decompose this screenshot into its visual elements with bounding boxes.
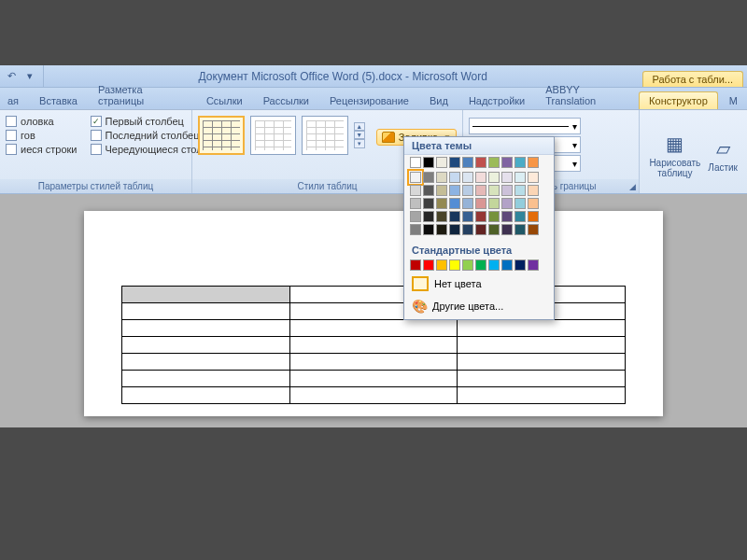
tab-insert[interactable]: Вставка: [30, 92, 87, 109]
color-swatch[interactable]: [528, 157, 539, 168]
color-swatch[interactable]: [501, 259, 513, 271]
color-swatch[interactable]: [410, 259, 421, 271]
color-swatch[interactable]: [528, 172, 539, 183]
color-swatch[interactable]: [501, 198, 513, 209]
color-swatch[interactable]: [475, 224, 486, 235]
color-swatch[interactable]: [436, 157, 447, 168]
color-swatch[interactable]: [528, 198, 539, 209]
color-swatch[interactable]: [475, 185, 486, 196]
tab-review[interactable]: Рецензирование: [320, 92, 418, 109]
tab-design[interactable]: Конструктор: [639, 91, 718, 109]
color-swatch[interactable]: [449, 224, 460, 235]
color-swatch[interactable]: [488, 157, 500, 168]
option-banded-rows[interactable]: иеся строки: [6, 144, 78, 155]
table-style-thumb[interactable]: [250, 116, 297, 155]
tab-home-partial[interactable]: ая: [4, 92, 28, 109]
document-area[interactable]: [0, 194, 747, 427]
color-swatch[interactable]: [514, 157, 526, 168]
color-swatch[interactable]: [410, 198, 421, 209]
color-swatch[interactable]: [423, 224, 434, 235]
color-swatch[interactable]: [436, 211, 447, 222]
table-style-thumb[interactable]: [198, 116, 245, 155]
color-swatch[interactable]: [462, 211, 473, 222]
color-swatch[interactable]: [436, 185, 447, 196]
color-swatch[interactable]: [436, 224, 447, 235]
tab-page-layout[interactable]: Разметка страницы: [89, 81, 195, 109]
color-swatch[interactable]: [410, 211, 421, 222]
color-swatch[interactable]: [410, 224, 421, 235]
color-swatch[interactable]: [514, 259, 526, 271]
more-colors-item[interactable]: 🎨 Другие цвета...: [404, 295, 554, 317]
color-swatch[interactable]: [423, 259, 434, 271]
color-swatch[interactable]: [423, 157, 434, 168]
color-swatch[interactable]: [449, 157, 460, 168]
color-swatch[interactable]: [475, 172, 486, 183]
color-swatch[interactable]: [449, 185, 460, 196]
color-swatch[interactable]: [528, 259, 539, 271]
color-swatch[interactable]: [488, 224, 500, 235]
color-swatch[interactable]: [475, 211, 486, 222]
color-swatch[interactable]: [501, 224, 513, 235]
color-swatch[interactable]: [488, 259, 500, 271]
undo-icon[interactable]: ↶: [4, 69, 19, 84]
color-swatch[interactable]: [462, 172, 473, 183]
tab-addins[interactable]: Надстройки: [459, 92, 534, 109]
qat-dropdown-icon[interactable]: ▾: [22, 69, 37, 84]
color-swatch[interactable]: [475, 198, 486, 209]
tab-mailings[interactable]: Рассылки: [254, 92, 318, 109]
color-swatch[interactable]: [410, 172, 421, 183]
tab-references[interactable]: Ссылки: [197, 92, 252, 109]
color-swatch[interactable]: [449, 198, 460, 209]
option-header-row[interactable]: оловка: [6, 116, 78, 127]
color-swatch[interactable]: [528, 185, 539, 196]
contextual-tab-label: Работа с табли...: [642, 71, 743, 87]
color-swatch[interactable]: [514, 198, 526, 209]
color-swatch[interactable]: [462, 259, 473, 271]
color-swatch[interactable]: [423, 198, 434, 209]
dialog-launcher-icon[interactable]: ◢: [629, 182, 636, 191]
option-total-row[interactable]: гов: [6, 130, 78, 141]
color-swatch[interactable]: [488, 211, 500, 222]
gallery-more-icon[interactable]: ▾: [354, 139, 365, 148]
color-swatch[interactable]: [475, 157, 486, 168]
color-swatch[interactable]: [514, 172, 526, 183]
color-swatch[interactable]: [475, 259, 486, 271]
pen-style-combo[interactable]: ▾: [469, 118, 581, 134]
color-swatch[interactable]: [462, 198, 473, 209]
color-swatch[interactable]: [488, 198, 500, 209]
color-swatch[interactable]: [501, 172, 513, 183]
color-swatch[interactable]: [501, 185, 513, 196]
color-swatch[interactable]: [488, 185, 500, 196]
eraser-button[interactable]: ▱ Ластик: [704, 112, 741, 193]
color-swatch[interactable]: [514, 185, 526, 196]
color-swatch[interactable]: [462, 185, 473, 196]
no-color-item[interactable]: Нет цвета: [404, 273, 554, 295]
tab-view[interactable]: Вид: [420, 92, 458, 109]
draw-table-button[interactable]: ▦ Нарисовать таблицу: [645, 112, 704, 193]
color-swatch[interactable]: [528, 224, 539, 235]
color-swatch[interactable]: [436, 259, 447, 271]
color-swatch[interactable]: [449, 172, 460, 183]
color-swatch[interactable]: [436, 172, 447, 183]
color-swatch[interactable]: [423, 185, 434, 196]
tab-layout-partial[interactable]: М: [720, 92, 747, 109]
color-swatch[interactable]: [528, 211, 539, 222]
tab-abbyy[interactable]: ABBYY Translation: [536, 81, 637, 109]
color-swatch[interactable]: [462, 157, 473, 168]
color-swatch[interactable]: [488, 172, 500, 183]
color-swatch[interactable]: [410, 185, 421, 196]
color-swatch[interactable]: [514, 211, 526, 222]
gallery-up-icon[interactable]: ▲: [354, 122, 365, 131]
color-swatch[interactable]: [449, 211, 460, 222]
color-swatch[interactable]: [501, 211, 513, 222]
color-swatch[interactable]: [514, 224, 526, 235]
color-swatch[interactable]: [436, 198, 447, 209]
color-swatch[interactable]: [501, 157, 513, 168]
table-style-thumb[interactable]: [302, 116, 348, 155]
color-swatch[interactable]: [410, 157, 421, 168]
color-swatch[interactable]: [423, 172, 434, 183]
color-swatch[interactable]: [423, 211, 434, 222]
color-swatch[interactable]: [462, 224, 473, 235]
gallery-down-icon[interactable]: ▼: [354, 131, 365, 139]
color-swatch[interactable]: [449, 259, 460, 271]
